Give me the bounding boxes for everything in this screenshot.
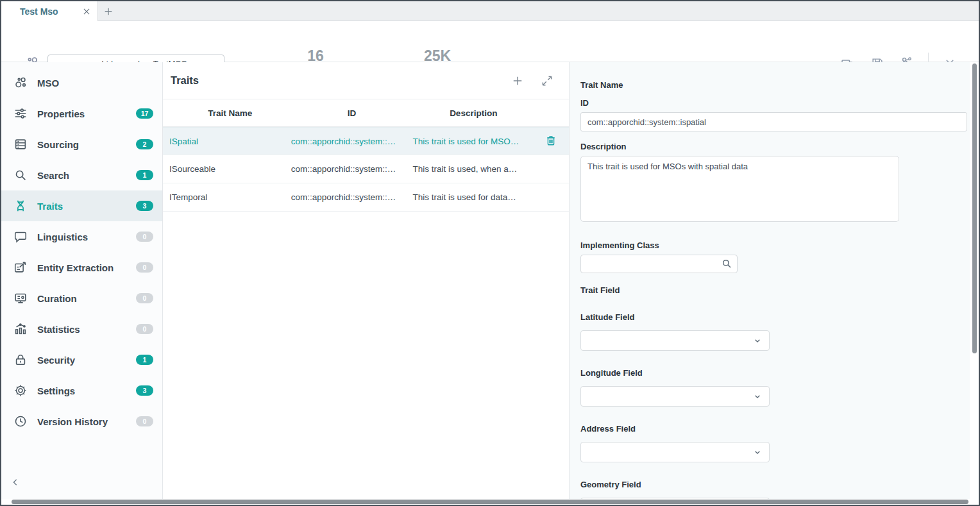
tab-close-icon[interactable] [78, 3, 95, 20]
latitude-field-label: Latitude Field [580, 312, 967, 322]
chevron-down-icon [752, 335, 763, 346]
sidebar-item-sourcing[interactable]: Sourcing 2 [1, 129, 162, 160]
sidebar-item-curation[interactable]: Curation 0 [1, 283, 162, 314]
trait-details-panel: Trait Name ID Description This trait is … [570, 62, 972, 499]
description-label: Description [580, 142, 967, 151]
sliders-icon [13, 106, 28, 121]
tab-test-mso[interactable]: Test Mso [1, 1, 98, 21]
trait-description-cell: This trait is used, when a… [412, 164, 534, 174]
monitor-icon [13, 291, 28, 305]
horizontal-scrollbar[interactable] [12, 500, 968, 504]
sidebar-item-mso[interactable]: MSO [1, 67, 162, 98]
header: 16 Total Properties 25K Total Records [1, 21, 979, 62]
column-header: ID [291, 108, 413, 118]
sidebar-item-security[interactable]: Security 1 [1, 344, 162, 375]
sidebar-item-statistics[interactable]: Statistics 0 [1, 314, 162, 344]
tab-bar: Test Mso [1, 1, 979, 21]
sidebar-item-version-history[interactable]: Version History 0 [1, 406, 162, 437]
search-icon [13, 168, 28, 182]
delete-trash-icon[interactable] [545, 134, 559, 148]
badge-count: 3 [136, 385, 153, 396]
sidebar-item-entity-extraction[interactable]: Entity Extraction 0 [1, 252, 162, 283]
address-field-select[interactable] [580, 442, 770, 462]
document-extract-icon [13, 260, 28, 274]
trait-description-cell: This trait is used for data… [412, 192, 534, 202]
longitude-field-label: Longitude Field [580, 368, 967, 378]
traits-panel: Traits Trait Name ID Description ISpatia… [163, 62, 570, 499]
sidebar-item-label: Sourcing [37, 139, 136, 150]
trait-name-cell: ITemporal [169, 192, 291, 202]
vertical-scrollbar[interactable] [972, 63, 977, 353]
table-header: Trait Name ID Description [163, 99, 569, 127]
tab-title: Test Mso [20, 6, 78, 17]
search-icon[interactable] [721, 258, 732, 269]
badge-count: 0 [136, 262, 153, 273]
trait-name-label: Trait Name [580, 80, 967, 90]
traits-panel-header: Traits [163, 62, 569, 99]
badge-count: 3 [136, 201, 153, 211]
new-tab-button[interactable] [99, 1, 118, 21]
table-row-itemporal[interactable]: ITemporal com::apporchid::system::… This… [163, 183, 569, 212]
sidebar-item-label: Security [37, 355, 136, 366]
sidebar-item-traits[interactable]: Traits 3 [1, 190, 162, 221]
badge-count: 17 [136, 108, 153, 119]
sidebar-item-label: Entity Extraction [37, 262, 136, 273]
expand-icon[interactable] [539, 73, 555, 89]
sidebar-item-label: Curation [37, 293, 136, 304]
sidebar-item-linguistics[interactable]: Linguistics 0 [1, 221, 162, 252]
gear-icon [13, 384, 28, 398]
clock-icon [13, 414, 28, 428]
badge-count: 0 [136, 293, 153, 303]
sidebar-item-settings[interactable]: Settings 3 [1, 375, 162, 406]
trait-name-cell: ISourceable [169, 164, 291, 174]
dna-icon [13, 199, 28, 213]
speech-bubble-icon [13, 230, 28, 244]
geometry-field-select[interactable] [580, 498, 770, 499]
sidebar-item-label: Version History [37, 416, 136, 427]
badge-count: 1 [136, 170, 153, 180]
table-row-ispatial[interactable]: ISpatial com::apporchid::system::… This … [163, 127, 569, 155]
trait-name-cell: ISpatial [169, 137, 291, 146]
implementing-class-input[interactable] [580, 255, 738, 273]
chevron-down-icon [752, 391, 763, 401]
panel-title: Traits [171, 74, 496, 87]
column-header: Description [412, 108, 534, 118]
sidebar-item-label: Properties [37, 108, 136, 119]
sidebar-item-search[interactable]: Search 1 [1, 160, 162, 190]
trait-description-cell: This trait is used for MSO… [412, 137, 534, 146]
sidebar-item-label: Traits [37, 201, 136, 212]
latitude-field-select[interactable] [580, 330, 770, 351]
sidebar-item-label: Statistics [37, 324, 136, 335]
sidebar-item-properties[interactable]: Properties 17 [1, 98, 162, 129]
implementing-class-label: Implementing Class [580, 240, 967, 250]
chevron-down-icon [752, 447, 763, 457]
longitude-field-select[interactable] [580, 386, 770, 407]
sidebar-collapse-icon[interactable] [8, 475, 23, 490]
id-input[interactable] [580, 112, 967, 131]
app-window: Test Mso 16 Total Properties 25K Total R… [0, 0, 980, 506]
sidebar-item-label: Settings [37, 385, 136, 396]
sidebar: MSO Properties 17 Sourcing 2 Sea [1, 62, 163, 499]
table-row-isourceable[interactable]: ISourceable com::apporchid::system::… Th… [163, 155, 569, 183]
trait-id-cell: com::apporchid::system::… [291, 192, 413, 202]
id-label: ID [580, 98, 967, 108]
badge-count: 1 [136, 355, 153, 365]
sidebar-item-label: Search [37, 170, 136, 181]
sidebar-item-label: MSO [37, 78, 153, 89]
column-header: Trait Name [169, 108, 291, 118]
badge-count: 0 [136, 416, 153, 426]
trait-field-label: Trait Field [580, 285, 967, 295]
mso-cluster-icon [13, 76, 28, 90]
badge-count: 0 [136, 324, 153, 334]
sidebar-item-label: Linguistics [37, 232, 136, 242]
trait-id-cell: com::apporchid::system::… [291, 164, 413, 174]
lock-icon [13, 353, 28, 367]
description-textarea[interactable]: This trait is used for MSOs with spatial… [580, 156, 899, 222]
geometry-field-label: Geometry Field [580, 480, 967, 489]
badge-count: 2 [136, 139, 153, 149]
address-field-label: Address Field [580, 424, 967, 434]
trait-id-cell: com::apporchid::system::… [291, 137, 413, 146]
add-trait-icon[interactable] [510, 73, 525, 89]
badge-count: 0 [136, 232, 153, 242]
server-icon [13, 137, 28, 151]
